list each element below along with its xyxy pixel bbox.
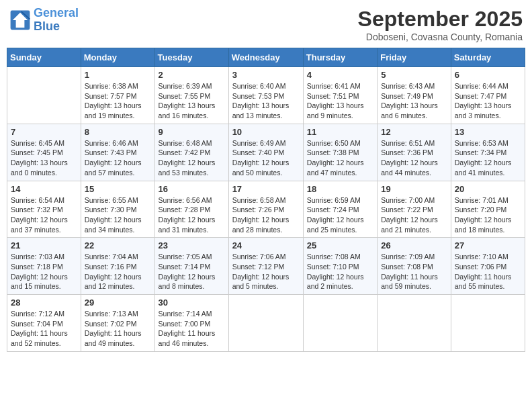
day-info: Sunrise: 6:55 AM Sunset: 7:30 PM Dayligh… bbox=[85, 195, 151, 235]
day-info: Sunrise: 7:09 AM Sunset: 7:08 PM Dayligh… bbox=[381, 252, 447, 291]
day-number: 2 bbox=[159, 70, 225, 80]
day-number: 3 bbox=[232, 70, 300, 80]
day-info: Sunrise: 6:59 AM Sunset: 7:24 PM Dayligh… bbox=[307, 195, 373, 235]
day-cell: 11Sunrise: 6:50 AM Sunset: 7:38 PM Dayli… bbox=[303, 124, 377, 181]
day-cell: 3Sunrise: 6:40 AM Sunset: 7:53 PM Daylig… bbox=[228, 67, 303, 124]
day-cell: 14Sunrise: 6:54 AM Sunset: 7:32 PM Dayli… bbox=[7, 181, 81, 238]
day-number: 28 bbox=[11, 298, 77, 308]
day-info: Sunrise: 6:40 AM Sunset: 7:53 PM Dayligh… bbox=[232, 81, 300, 121]
day-info: Sunrise: 6:44 AM Sunset: 7:47 PM Dayligh… bbox=[455, 81, 521, 121]
day-number: 24 bbox=[232, 240, 300, 250]
day-number: 11 bbox=[307, 127, 373, 137]
day-number: 16 bbox=[159, 184, 225, 194]
day-number: 10 bbox=[232, 127, 300, 137]
day-info: Sunrise: 7:06 AM Sunset: 7:12 PM Dayligh… bbox=[232, 252, 300, 291]
day-info: Sunrise: 6:50 AM Sunset: 7:38 PM Dayligh… bbox=[307, 138, 373, 178]
day-info: Sunrise: 7:10 AM Sunset: 7:06 PM Dayligh… bbox=[455, 252, 521, 291]
day-info: Sunrise: 7:14 AM Sunset: 7:00 PM Dayligh… bbox=[159, 309, 225, 349]
day-cell: 23Sunrise: 7:05 AM Sunset: 7:14 PM Dayli… bbox=[154, 238, 228, 295]
day-number: 18 bbox=[307, 184, 373, 194]
day-cell bbox=[378, 295, 451, 352]
day-info: Sunrise: 7:03 AM Sunset: 7:18 PM Dayligh… bbox=[11, 252, 77, 291]
day-info: Sunrise: 7:13 AM Sunset: 7:02 PM Dayligh… bbox=[85, 309, 151, 349]
day-info: Sunrise: 6:38 AM Sunset: 7:57 PM Dayligh… bbox=[85, 81, 151, 121]
day-number: 1 bbox=[85, 70, 151, 80]
day-cell: 20Sunrise: 7:01 AM Sunset: 7:20 PM Dayli… bbox=[451, 181, 525, 238]
day-cell: 9Sunrise: 6:48 AM Sunset: 7:42 PM Daylig… bbox=[154, 124, 228, 181]
day-cell: 7Sunrise: 6:45 AM Sunset: 7:45 PM Daylig… bbox=[7, 124, 81, 181]
day-cell bbox=[7, 67, 81, 124]
day-cell: 22Sunrise: 7:04 AM Sunset: 7:16 PM Dayli… bbox=[81, 238, 154, 295]
calendar-table: SundayMondayTuesdayWednesdayThursdayFrid… bbox=[7, 48, 525, 352]
week-row-4: 21Sunrise: 7:03 AM Sunset: 7:18 PM Dayli… bbox=[7, 238, 525, 295]
weekday-header-sunday: Sunday bbox=[7, 48, 81, 67]
day-number: 25 bbox=[307, 240, 373, 250]
day-info: Sunrise: 6:54 AM Sunset: 7:32 PM Dayligh… bbox=[11, 195, 77, 235]
day-cell: 4Sunrise: 6:41 AM Sunset: 7:51 PM Daylig… bbox=[303, 67, 377, 124]
day-number: 6 bbox=[455, 70, 521, 80]
day-number: 17 bbox=[232, 184, 300, 194]
day-cell: 15Sunrise: 6:55 AM Sunset: 7:30 PM Dayli… bbox=[81, 181, 154, 238]
day-number: 8 bbox=[85, 127, 151, 137]
weekday-header-row: SundayMondayTuesdayWednesdayThursdayFrid… bbox=[7, 48, 525, 67]
day-number: 23 bbox=[159, 240, 225, 250]
day-info: Sunrise: 6:58 AM Sunset: 7:26 PM Dayligh… bbox=[232, 195, 300, 235]
day-cell: 12Sunrise: 6:51 AM Sunset: 7:36 PM Dayli… bbox=[378, 124, 451, 181]
day-number: 26 bbox=[381, 240, 447, 250]
day-number: 13 bbox=[455, 127, 521, 137]
week-row-5: 28Sunrise: 7:12 AM Sunset: 7:04 PM Dayli… bbox=[7, 295, 525, 352]
day-info: Sunrise: 7:00 AM Sunset: 7:22 PM Dayligh… bbox=[381, 195, 447, 235]
month-title: September 2025 bbox=[358, 7, 523, 32]
day-number: 7 bbox=[11, 127, 77, 137]
day-info: Sunrise: 6:41 AM Sunset: 7:51 PM Dayligh… bbox=[307, 81, 373, 121]
day-cell: 6Sunrise: 6:44 AM Sunset: 7:47 PM Daylig… bbox=[451, 67, 525, 124]
weekday-header-tuesday: Tuesday bbox=[154, 48, 228, 67]
week-row-2: 7Sunrise: 6:45 AM Sunset: 7:45 PM Daylig… bbox=[7, 124, 525, 181]
day-number: 14 bbox=[11, 184, 77, 194]
day-info: Sunrise: 6:53 AM Sunset: 7:34 PM Dayligh… bbox=[455, 138, 521, 178]
day-number: 12 bbox=[381, 127, 447, 137]
day-info: Sunrise: 7:12 AM Sunset: 7:04 PM Dayligh… bbox=[11, 309, 77, 349]
day-cell: 2Sunrise: 6:39 AM Sunset: 7:55 PM Daylig… bbox=[154, 67, 228, 124]
day-number: 15 bbox=[85, 184, 151, 194]
day-cell: 5Sunrise: 6:43 AM Sunset: 7:49 PM Daylig… bbox=[378, 67, 451, 124]
day-number: 4 bbox=[307, 70, 373, 80]
day-info: Sunrise: 6:56 AM Sunset: 7:28 PM Dayligh… bbox=[159, 195, 225, 235]
day-cell: 18Sunrise: 6:59 AM Sunset: 7:24 PM Dayli… bbox=[303, 181, 377, 238]
day-cell: 1Sunrise: 6:38 AM Sunset: 7:57 PM Daylig… bbox=[81, 67, 154, 124]
day-cell: 16Sunrise: 6:56 AM Sunset: 7:28 PM Dayli… bbox=[154, 181, 228, 238]
location: Doboseni, Covasna County, Romania bbox=[358, 32, 523, 42]
day-number: 9 bbox=[159, 127, 225, 137]
day-info: Sunrise: 6:46 AM Sunset: 7:43 PM Dayligh… bbox=[85, 138, 151, 178]
day-info: Sunrise: 7:01 AM Sunset: 7:20 PM Dayligh… bbox=[455, 195, 521, 235]
logo-icon bbox=[9, 9, 31, 31]
weekday-header-thursday: Thursday bbox=[303, 48, 377, 67]
day-info: Sunrise: 6:43 AM Sunset: 7:49 PM Dayligh… bbox=[381, 81, 447, 121]
day-cell: 29Sunrise: 7:13 AM Sunset: 7:02 PM Dayli… bbox=[81, 295, 154, 352]
day-info: Sunrise: 7:05 AM Sunset: 7:14 PM Dayligh… bbox=[159, 252, 225, 291]
day-cell: 27Sunrise: 7:10 AM Sunset: 7:06 PM Dayli… bbox=[451, 238, 525, 295]
page-header: General Blue September 2025 Doboseni, Co… bbox=[7, 7, 525, 42]
day-cell: 8Sunrise: 6:46 AM Sunset: 7:43 PM Daylig… bbox=[81, 124, 154, 181]
day-info: Sunrise: 6:45 AM Sunset: 7:45 PM Dayligh… bbox=[11, 138, 77, 178]
day-cell: 21Sunrise: 7:03 AM Sunset: 7:18 PM Dayli… bbox=[7, 238, 81, 295]
day-info: Sunrise: 6:39 AM Sunset: 7:55 PM Dayligh… bbox=[159, 81, 225, 121]
day-cell bbox=[451, 295, 525, 352]
day-cell: 24Sunrise: 7:06 AM Sunset: 7:12 PM Dayli… bbox=[228, 238, 303, 295]
day-info: Sunrise: 7:04 AM Sunset: 7:16 PM Dayligh… bbox=[85, 252, 151, 291]
week-row-3: 14Sunrise: 6:54 AM Sunset: 7:32 PM Dayli… bbox=[7, 181, 525, 238]
day-number: 20 bbox=[455, 184, 521, 194]
day-info: Sunrise: 6:49 AM Sunset: 7:40 PM Dayligh… bbox=[232, 138, 300, 178]
weekday-header-wednesday: Wednesday bbox=[228, 48, 303, 67]
logo: General Blue bbox=[9, 7, 79, 34]
day-cell: 17Sunrise: 6:58 AM Sunset: 7:26 PM Dayli… bbox=[228, 181, 303, 238]
day-cell: 26Sunrise: 7:09 AM Sunset: 7:08 PM Dayli… bbox=[378, 238, 451, 295]
weekday-header-monday: Monday bbox=[81, 48, 154, 67]
day-number: 27 bbox=[455, 240, 521, 250]
day-number: 5 bbox=[381, 70, 447, 80]
day-number: 22 bbox=[85, 240, 151, 250]
day-cell: 13Sunrise: 6:53 AM Sunset: 7:34 PM Dayli… bbox=[451, 124, 525, 181]
day-info: Sunrise: 6:48 AM Sunset: 7:42 PM Dayligh… bbox=[159, 138, 225, 178]
day-number: 21 bbox=[11, 240, 77, 250]
day-number: 30 bbox=[159, 298, 225, 308]
